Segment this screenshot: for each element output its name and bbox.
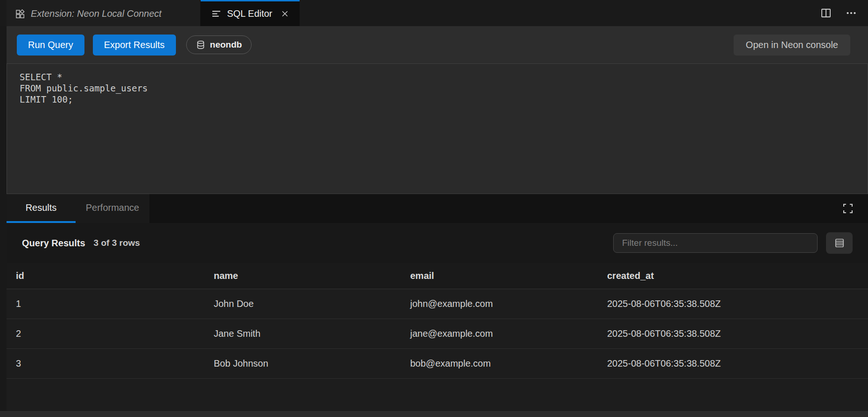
tab-sql-label: SQL Editor [227,8,272,19]
table-cell-name: John Doe [214,299,410,309]
table-cell-name: Jane Smith [214,328,410,339]
table-cell-email: jane@example.com [410,328,607,339]
table-row: 1 John Doe john@example.com 2025-08-06T0… [7,289,868,319]
table-header-id: id [16,271,214,281]
more-actions-icon[interactable] [846,7,857,19]
tabbar-actions [820,0,868,26]
table-row: 3 Bob Johnson bob@example.com 2025-08-06… [7,349,868,379]
database-icon [196,40,205,49]
table-cell-created-at: 2025-08-06T06:35:38.508Z [607,299,868,309]
table-cell-id: 1 [16,299,214,309]
tab-extension-label: Extension: Neon Local Connect [31,8,161,19]
split-editor-icon[interactable] [820,7,832,19]
editor-tab-bar: Extension: Neon Local Connect SQL Editor [0,0,868,26]
results-table: id name email created_at 1 John Doe john… [7,263,868,417]
database-name: neondb [210,40,242,50]
table-header-name: name [214,271,410,281]
run-query-button[interactable]: Run Query [17,35,84,56]
tab-results[interactable]: Results [7,194,76,223]
extensions-icon [15,9,25,19]
query-results-bar: Query Results 3 of 3 rows [7,223,868,263]
table-cell-id: 2 [16,328,214,339]
close-tab-icon[interactable] [281,10,289,18]
tab-performance[interactable]: Performance [76,194,149,223]
list-lines-icon [211,9,221,19]
table-cell-email: bob@example.com [410,358,607,369]
sql-query-text: SELECT * FROM public.sample_users LIMIT … [20,72,858,105]
strip-spacer [149,194,842,223]
query-results-title: Query Results [22,238,85,249]
table-cell-created-at: 2025-08-06T06:35:38.508Z [607,328,868,339]
sql-editor-panel: Run Query Export Results neondb Open in … [7,26,868,417]
results-bar-actions [613,232,853,254]
table-cell-email: john@example.com [410,299,607,309]
database-selector[interactable]: neondb [186,35,252,54]
export-results-button[interactable]: Export Results [93,35,176,56]
results-tab-strip: Results Performance [7,194,868,223]
expand-fullscreen-icon[interactable] [842,202,854,215]
filter-results-input[interactable] [613,233,818,253]
table-cell-id: 3 [16,358,214,369]
tab-sql-editor[interactable]: SQL Editor [201,0,300,26]
sql-editor[interactable]: SELECT * FROM public.sample_users LIMIT … [7,63,868,194]
row-count: 3 of 3 rows [94,238,140,248]
open-neon-console-button[interactable]: Open in Neon console [734,35,850,56]
view-mode-button[interactable] [826,232,853,254]
table-header-row: id name email created_at [7,263,868,289]
rows-list-icon [834,237,845,249]
table-cell-created-at: 2025-08-06T06:35:38.508Z [607,358,868,369]
table-row: 2 Jane Smith jane@example.com 2025-08-06… [7,319,868,349]
table-header-email: email [410,271,607,281]
table-cell-name: Bob Johnson [214,358,410,369]
table-header-created-at: created_at [607,271,868,281]
horizontal-scrollbar-track[interactable] [0,411,868,417]
tab-extension-neon-local-connect[interactable]: Extension: Neon Local Connect [7,0,201,26]
query-toolbar: Run Query Export Results neondb Open in … [7,26,868,63]
